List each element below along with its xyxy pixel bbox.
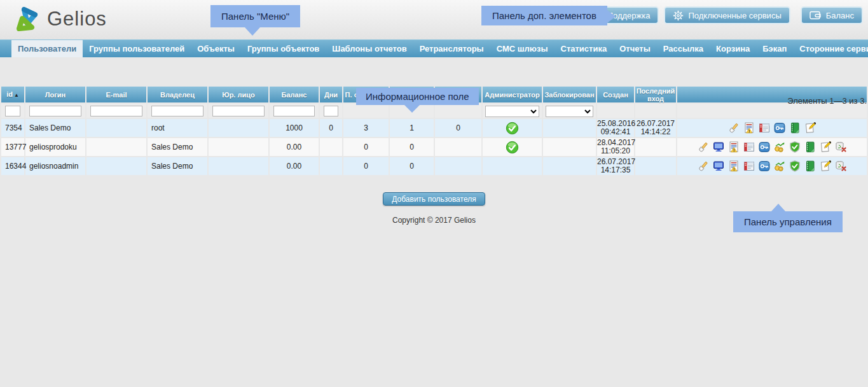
filter-select-blocked[interactable] — [546, 106, 593, 117]
filter-select-admin[interactable] — [485, 106, 539, 117]
cell-created: 26.07.201714:17:35 — [597, 157, 634, 175]
filter-cell-balance — [270, 104, 319, 118]
filter-input-balance[interactable] — [273, 106, 315, 116]
delete-icon[interactable] — [835, 160, 846, 172]
form-icon[interactable] — [743, 141, 755, 153]
cell-last_login — [635, 138, 676, 156]
filter-input-login[interactable] — [29, 106, 81, 116]
cell-days — [320, 138, 342, 156]
cell-login: geliosprodoku — [25, 138, 85, 156]
filter-cell-created — [597, 104, 634, 118]
filter-cell-admin — [483, 104, 542, 118]
cell-days — [320, 157, 342, 175]
wrench-icon[interactable] — [698, 160, 709, 172]
balance-button[interactable]: Баланс — [801, 6, 863, 24]
column-header-id[interactable]: id▲ — [1, 87, 24, 102]
filter-cell-email — [86, 104, 146, 118]
menu-item-шаблоны-отчетов[interactable]: Шаблоны отчетов — [326, 40, 413, 57]
cell-id: 7354 — [1, 119, 24, 137]
cell-blocked — [543, 138, 596, 156]
connected-services-button[interactable]: Подключенные сервисы — [664, 6, 790, 24]
notebook-icon[interactable] — [789, 122, 801, 134]
menu-item-статистика[interactable]: Статистика — [555, 40, 614, 57]
column-header-email[interactable]: E-mail — [86, 87, 146, 102]
column-header-admin[interactable]: Администратор — [483, 87, 542, 102]
callout-info-field: Информационное поле — [356, 88, 479, 105]
column-header-created[interactable]: Создан — [597, 87, 634, 102]
cell-last_login — [635, 157, 676, 175]
cell-blocked — [543, 157, 596, 175]
filter-cell-object_cost — [435, 104, 481, 118]
column-header-blocked[interactable]: Заблокирован — [543, 87, 596, 102]
cell-object_cost — [435, 138, 481, 156]
column-header-owner[interactable]: Владелец — [148, 87, 207, 102]
menu-item-рассылка[interactable]: Рассылка — [657, 40, 710, 57]
cell-b_objects: 0 — [390, 157, 434, 175]
cell-actions — [677, 157, 867, 175]
table-row: 13777geliosprodokuSales Demo0.000028.04.… — [1, 138, 867, 156]
wrench-icon[interactable] — [698, 141, 709, 153]
cell-admin — [483, 157, 542, 175]
monitor-icon[interactable] — [713, 160, 724, 172]
cell-owner: Sales Demo — [148, 157, 207, 175]
sort-asc-icon: ▲ — [14, 92, 19, 98]
menu-item-отчеты[interactable]: Отчеты — [613, 40, 657, 57]
delete-icon[interactable] — [835, 141, 846, 153]
report-icon[interactable] — [728, 160, 740, 172]
menu-item-группы-пользователей[interactable]: Группы пользователей — [83, 40, 191, 57]
logo-icon — [14, 4, 43, 34]
menu-items: ПользователиГруппы пользователейОбъектыГ… — [0, 40, 868, 57]
column-header-last_login[interactable]: Последний вход — [635, 87, 676, 102]
cell-object_cost — [435, 157, 481, 175]
menu-item-группы-объектов[interactable]: Группы объектов — [241, 40, 326, 57]
cell-login: Sales Demo — [25, 119, 85, 137]
key-icon[interactable] — [759, 160, 770, 172]
report-icon[interactable] — [728, 141, 740, 153]
shield-icon[interactable] — [789, 160, 801, 172]
edit-icon[interactable] — [820, 141, 831, 153]
logo-text: Gelios — [47, 8, 107, 31]
finance-icon[interactable] — [774, 141, 785, 153]
cell-days: 0 — [320, 119, 342, 137]
column-header-legal[interactable]: Юр. лицо — [209, 87, 268, 102]
menu-item-пользователи[interactable]: Пользователи — [11, 40, 83, 57]
cell-last_login: 26.07.201714:14:22 — [635, 119, 676, 137]
column-header-days[interactable]: Дни — [320, 87, 342, 102]
filter-input-id[interactable] — [5, 106, 20, 116]
filter-input-owner[interactable] — [151, 106, 203, 116]
shield-icon[interactable] — [789, 141, 801, 153]
menu-item-сторонние-сервисы[interactable]: Сторонние сервисы — [793, 40, 868, 57]
filter-cell-actions — [677, 104, 867, 118]
cell-id: 16344 — [1, 157, 24, 175]
finance-icon[interactable] — [774, 160, 785, 172]
column-header-login[interactable]: Логин — [25, 87, 85, 102]
wrench-icon[interactable] — [728, 122, 740, 134]
notebook-icon[interactable] — [804, 160, 816, 172]
menu-item-смс-шлюзы[interactable]: СМС шлюзы — [490, 40, 555, 57]
callout-control-panel: Панель управления — [733, 211, 843, 232]
filter-input-email[interactable] — [90, 106, 142, 116]
form-icon[interactable] — [759, 122, 770, 134]
report-icon[interactable] — [743, 122, 755, 134]
content-area: Информационное поле Элементы 1—3 из 3. i… — [0, 85, 868, 225]
callout-pointer — [404, 105, 420, 113]
notebook-icon[interactable] — [804, 141, 816, 153]
key-icon[interactable] — [774, 122, 785, 134]
filter-input-days[interactable] — [324, 106, 338, 116]
cell-created: 28.04.201711:05:20 — [597, 138, 634, 156]
column-header-balance[interactable]: Баланс — [270, 87, 319, 102]
menu-item-объекты[interactable]: Объекты — [191, 40, 241, 57]
key-icon[interactable] — [759, 141, 770, 153]
cell-p_objects: 3 — [343, 119, 389, 137]
menu-item-корзина[interactable]: Корзина — [710, 40, 756, 57]
form-icon[interactable] — [743, 160, 755, 172]
edit-icon[interactable] — [820, 160, 831, 172]
cell-owner: Sales Demo — [148, 138, 207, 156]
menu-item-ретрансляторы[interactable]: Ретрансляторы — [413, 40, 490, 57]
filter-input-legal[interactable] — [212, 106, 265, 116]
menu-item-бэкап[interactable]: Бэкап — [756, 40, 793, 57]
monitor-icon[interactable] — [713, 141, 724, 153]
add-user-button[interactable]: Добавить пользователя — [383, 192, 485, 206]
edit-icon[interactable] — [804, 122, 816, 134]
cell-balance: 1000 — [270, 119, 319, 137]
